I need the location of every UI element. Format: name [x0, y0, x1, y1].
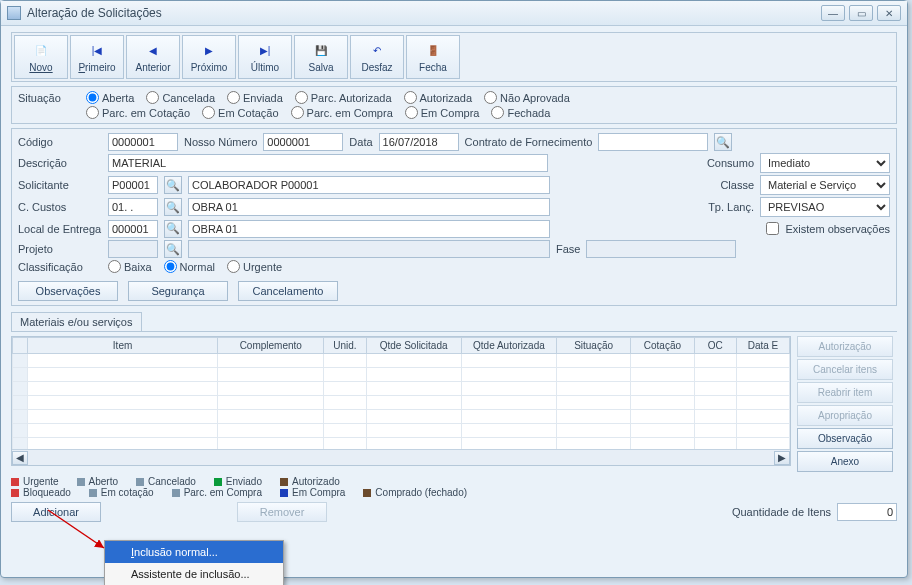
legend-em-cotacao: Em cotação — [89, 487, 154, 498]
form-panel: Código Nosso Número Data Contrato de For… — [11, 128, 897, 306]
new-button[interactable]: 📄 Novo — [14, 35, 68, 79]
legend-urgente: Urgente — [11, 476, 59, 487]
col-qtde-autorizada[interactable]: Qtde Autorizada — [461, 338, 556, 354]
last-button[interactable]: ▶| Último — [238, 35, 292, 79]
ccustos-code-input[interactable] — [108, 198, 158, 216]
radio-parc-em-compra[interactable]: Parc. em Compra — [291, 106, 393, 119]
main-toolbar: 📄 Novo |◀ PPrimeirorimeiro ◀ Anterior ▶ … — [11, 32, 897, 82]
next-icon: ▶ — [200, 42, 218, 60]
radio-cancelada[interactable]: Cancelada — [146, 91, 215, 104]
prev-icon: ◀ — [144, 42, 162, 60]
maximize-button[interactable]: ▭ — [849, 5, 873, 21]
solicitante-lookup-button[interactable]: 🔍 — [164, 176, 182, 194]
tplanc-label: Tp. Lanç. — [704, 201, 754, 213]
nosso-numero-label: Nosso Número — [184, 136, 257, 148]
radio-classif-urgente[interactable]: Urgente — [227, 260, 282, 273]
radio-aberta[interactable]: Aberta — [86, 91, 134, 104]
undo-button[interactable]: ↶ Desfaz — [350, 35, 404, 79]
solicitante-name-input[interactable] — [188, 176, 550, 194]
ccustos-lookup-button[interactable]: 🔍 — [164, 198, 182, 216]
last-icon: ▶| — [256, 42, 274, 60]
close-button[interactable]: ✕ — [877, 5, 901, 21]
table-row[interactable] — [13, 424, 790, 438]
solicitante-code-input[interactable] — [108, 176, 158, 194]
app-window: Alteração de Solicitações — ▭ ✕ 📄 Novo |… — [0, 0, 908, 578]
contrato-input[interactable] — [598, 133, 708, 151]
nosso-numero-input[interactable] — [263, 133, 343, 151]
col-qtde-solicitada[interactable]: Qtde Solicitada — [366, 338, 461, 354]
adicionar-button[interactable]: Adicionar — [11, 502, 101, 522]
contrato-lookup-button[interactable]: 🔍 — [714, 133, 732, 151]
seguranca-button[interactable]: Segurança — [128, 281, 228, 301]
data-input[interactable] — [379, 133, 459, 151]
local-entrega-label: Local de Entrega — [18, 223, 102, 235]
radio-em-cotacao[interactable]: Em Cotação — [202, 106, 279, 119]
consumo-label: Consumo — [704, 157, 754, 169]
table-row[interactable] — [13, 368, 790, 382]
descricao-input[interactable] — [108, 154, 548, 172]
table-row[interactable] — [13, 382, 790, 396]
anexo-button[interactable]: Anexo — [797, 451, 893, 472]
local-entrega-lookup-button[interactable]: 🔍 — [164, 220, 182, 238]
radio-enviada[interactable]: Enviada — [227, 91, 283, 104]
radio-parc-autorizada[interactable]: Parc. Autorizada — [295, 91, 392, 104]
close-dialog-button[interactable]: 🚪 Fecha — [406, 35, 460, 79]
classe-label: Classe — [704, 179, 754, 191]
col-complemento[interactable]: Complemento — [218, 338, 324, 354]
first-button[interactable]: |◀ PPrimeirorimeiro — [70, 35, 124, 79]
save-button[interactable]: 💾 Salva — [294, 35, 348, 79]
scroll-left-icon[interactable]: ◀ — [12, 451, 28, 465]
grid-header-row: Item Complemento Unid. Qtde Solicitada Q… — [13, 338, 790, 354]
radio-nao-aprovada[interactable]: Não Aprovada — [484, 91, 570, 104]
col-item[interactable]: Item — [27, 338, 218, 354]
existem-obs-checkbox[interactable]: Existem observações — [762, 219, 890, 238]
col-oc[interactable]: OC — [694, 338, 736, 354]
situacao-label: Situação — [18, 92, 80, 104]
radio-parc-em-cotacao[interactable]: Parc. em Cotação — [86, 106, 190, 119]
col-data-e[interactable]: Data E — [736, 338, 789, 354]
quantidade-itens-value — [837, 503, 897, 521]
quantidade-itens-label: Quantidade de Itens — [732, 506, 831, 518]
fase-input — [586, 240, 736, 258]
prev-button[interactable]: ◀ Anterior — [126, 35, 180, 79]
col-cotacao[interactable]: Cotação — [631, 338, 695, 354]
consumo-select[interactable]: Imediato — [760, 153, 890, 173]
codigo-input[interactable] — [108, 133, 178, 151]
items-grid[interactable]: Item Complemento Unid. Qtde Solicitada Q… — [11, 336, 791, 466]
radio-classif-baixa[interactable]: Baixa — [108, 260, 152, 273]
grid-hscrollbar[interactable]: ◀ ▶ — [12, 449, 790, 465]
undo-icon: ↶ — [368, 42, 386, 60]
apropriacao-button: Apropriação — [797, 405, 893, 426]
scroll-right-icon[interactable]: ▶ — [774, 451, 790, 465]
remover-button: Remover — [237, 502, 327, 522]
next-button[interactable]: ▶ Próximo — [182, 35, 236, 79]
radio-autorizada[interactable]: Autorizada — [404, 91, 473, 104]
col-unid[interactable]: Unid. — [324, 338, 366, 354]
solicitante-label: Solicitante — [18, 179, 102, 191]
minimize-button[interactable]: — — [821, 5, 845, 21]
classe-select[interactable]: Material e Serviço — [760, 175, 890, 195]
local-entrega-name-input[interactable] — [188, 220, 550, 238]
legend-enviado: Enviado — [214, 476, 262, 487]
table-row[interactable] — [13, 410, 790, 424]
menu-inclusao-normal[interactable]: Inclusão normal... — [105, 541, 283, 563]
cancelamento-button[interactable]: Cancelamento — [238, 281, 338, 301]
projeto-lookup-button: 🔍 — [164, 240, 182, 258]
legend-parc-em-compra: Parc. em Compra — [172, 487, 262, 498]
observacoes-button[interactable]: Observações — [18, 281, 118, 301]
table-row[interactable] — [13, 396, 790, 410]
local-entrega-code-input[interactable] — [108, 220, 158, 238]
radio-fechada[interactable]: Fechada — [491, 106, 550, 119]
menu-assistente-inclusao[interactable]: Assistente de inclusão... — [105, 563, 283, 585]
situacao-panel: Situação Aberta Cancelada Enviada Parc. … — [11, 86, 897, 124]
radio-classif-normal[interactable]: Normal — [164, 260, 215, 273]
col-situacao[interactable]: Situação — [557, 338, 631, 354]
table-row[interactable] — [13, 354, 790, 368]
observacao-button[interactable]: Observação — [797, 428, 893, 449]
legend-aberto: Aberto — [77, 476, 118, 487]
radio-em-compra[interactable]: Em Compra — [405, 106, 480, 119]
tab-materiais[interactable]: Materiais e/ou serviços — [11, 312, 142, 331]
tplanc-select[interactable]: PREVISAO — [760, 197, 890, 217]
side-actions: Autorização Cancelar itens Reabrir item … — [797, 336, 897, 472]
ccustos-name-input[interactable] — [188, 198, 550, 216]
